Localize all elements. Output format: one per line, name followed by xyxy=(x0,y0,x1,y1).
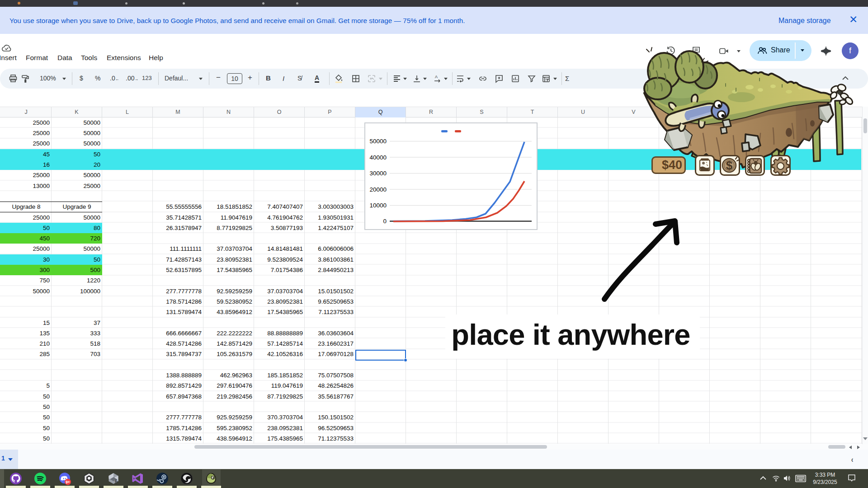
svg-text:20000: 20000 xyxy=(369,186,387,193)
svg-text:6: 6 xyxy=(115,479,118,484)
svg-text:30000: 30000 xyxy=(369,170,387,177)
svg-text:0: 0 xyxy=(383,218,387,225)
svg-text:A: A xyxy=(435,75,438,79)
svg-text:40000: 40000 xyxy=(369,154,387,161)
svg-text:10000: 10000 xyxy=(369,202,387,209)
svg-text:$: $ xyxy=(726,159,733,172)
svg-text:9+: 9+ xyxy=(66,480,70,484)
svg-text:50000: 50000 xyxy=(369,138,387,145)
